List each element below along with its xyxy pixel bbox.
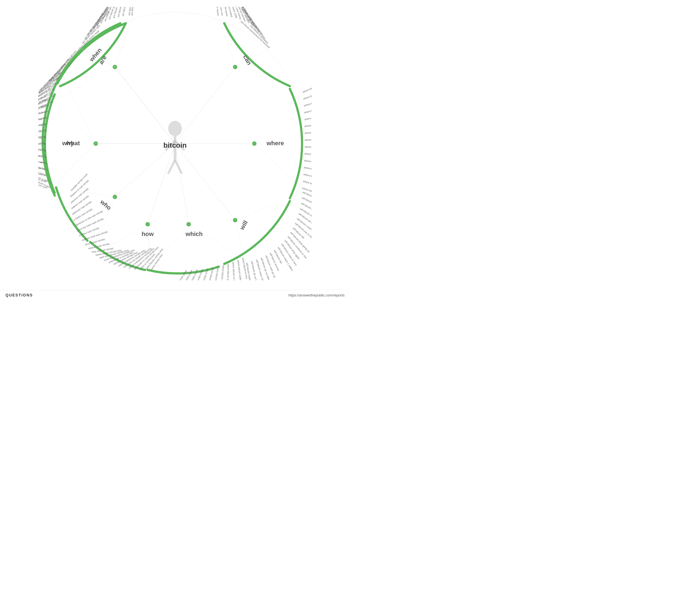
spoke-can-label: can [242, 54, 253, 66]
where-item-7: where bitcoin come from [304, 129, 312, 134]
main-container: are are bitcoin gains taxable are bitcoi… [0, 0, 350, 287]
spoke-which-label: which [185, 230, 203, 238]
can-item-1: can bitcoin be traced [215, 7, 220, 16]
svg-line-35 [48, 100, 96, 144]
footer-right-label: https://answerthepublic.com/reports [289, 293, 345, 297]
svg-line-34 [71, 190, 115, 197]
svg-line-29 [189, 224, 242, 258]
footer-left-label: QUESTIONS [5, 293, 33, 297]
svg-line-14 [175, 144, 235, 220]
which-item-2: which bitcoin wallet [237, 259, 242, 280]
spoke-how-label: how [142, 230, 154, 238]
which-item-4: which bitcoin app is the best [226, 264, 230, 280]
svg-line-40 [61, 73, 96, 144]
where-item-3: where bitcoin aim [303, 99, 312, 107]
svg-line-15 [175, 144, 189, 224]
center-word: bitcoin [163, 141, 186, 149]
where-item-12: where bitcoin is traded [303, 166, 312, 173]
where-item-8: where bitcoin is from [304, 138, 312, 142]
where-item-1: where bitcoin is stored [302, 81, 312, 94]
svg-line-12 [175, 67, 235, 144]
which-item-3: which bitcoin to invest in [232, 262, 236, 280]
where-item-10: where bitcoin price going [304, 152, 312, 157]
chart-svg: are are bitcoin gains taxable are bitcoi… [38, 7, 312, 280]
spoke-what-label: what [66, 140, 80, 147]
svg-line-27 [235, 193, 302, 220]
which-item-5: which bitcoin to invest in 2020 [219, 265, 225, 280]
svg-point-41 [168, 121, 182, 136]
svg-line-23 [217, 16, 235, 67]
spoke-where-label: where [266, 140, 284, 147]
spoke-are-label: are [97, 54, 108, 66]
svg-line-45 [168, 160, 175, 174]
spoke-will-label: will [238, 219, 249, 231]
svg-line-46 [175, 160, 182, 174]
footer: QUESTIONS https://answerthepublic.com/re… [0, 290, 350, 300]
svg-line-25 [254, 93, 303, 144]
svg-line-24 [235, 48, 269, 67]
svg-line-26 [254, 144, 302, 189]
svg-line-30 [150, 224, 189, 270]
spoke-who-label: who [99, 198, 112, 211]
what-item-8: what bitcoin worth today [38, 142, 46, 145]
what-item-7: what bitcoin mining [38, 147, 45, 151]
can-item-14: can bitcoin is accepted [249, 24, 269, 44]
svg-line-19 [115, 67, 175, 144]
where-item-9: where bitcoin is illegal [304, 146, 312, 149]
where-item-6: where bitcoin started [304, 122, 312, 128]
